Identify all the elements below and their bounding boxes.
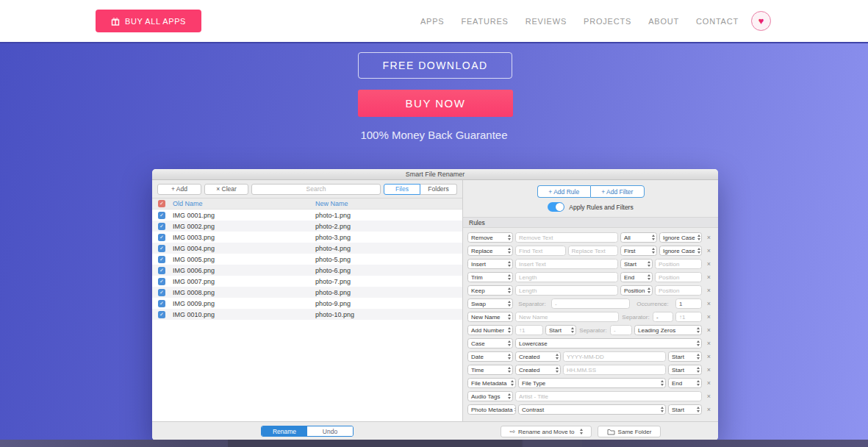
row-checkbox[interactable]: ✓ <box>158 300 165 307</box>
table-row[interactable]: ✓IMG 0001.pngphoto-1.png <box>152 210 462 221</box>
apply-rules-toggle[interactable] <box>548 202 564 212</box>
row-checkbox[interactable]: ✓ <box>158 234 165 241</box>
nav-item-apps[interactable]: APPS <box>420 17 445 26</box>
rule-input[interactable] <box>653 312 673 322</box>
old-name-header[interactable]: Old Name <box>173 200 203 207</box>
remove-rule-button[interactable]: × <box>704 378 714 388</box>
rule-input[interactable] <box>563 365 666 375</box>
rule-select[interactable]: Audio Tags <box>467 391 513 401</box>
table-row[interactable]: ✓IMG 0007.pngphoto-7.png <box>152 276 462 287</box>
rule-select[interactable]: Start <box>620 259 653 269</box>
add-filter-button[interactable]: + Add Filter <box>590 185 645 198</box>
remove-rule-button[interactable]: × <box>704 325 714 335</box>
row-checkbox[interactable]: ✓ <box>158 278 165 285</box>
rule-select[interactable]: New Name <box>467 312 513 322</box>
rule-input[interactable] <box>515 272 618 282</box>
rule-select[interactable]: Lowercase <box>515 338 702 348</box>
row-checkbox[interactable]: ✓ <box>158 212 165 219</box>
rule-input[interactable] <box>655 272 702 282</box>
rule-select[interactable]: All <box>620 232 657 243</box>
remove-rule-button[interactable]: × <box>704 338 714 348</box>
remove-rule-button[interactable]: × <box>704 298 714 309</box>
rule-input[interactable] <box>610 325 632 335</box>
remove-rule-button[interactable]: × <box>704 246 714 256</box>
rule-select[interactable]: Photo Metadata <box>467 404 516 415</box>
rule-select[interactable]: Start <box>668 365 702 375</box>
nav-item-about[interactable]: ABOUT <box>648 17 679 26</box>
rule-input[interactable] <box>515 259 618 269</box>
rename-move-dropdown[interactable]: ⇨ Rename and Move to <box>501 426 592 437</box>
rule-select[interactable]: Insert <box>467 259 513 269</box>
table-row[interactable]: ✓IMG 0002.pngphoto-2.png <box>152 221 462 232</box>
rule-select[interactable]: End <box>668 378 702 388</box>
remove-rule-button[interactable]: × <box>704 312 714 322</box>
rule-select[interactable]: Date <box>467 351 513 362</box>
rule-select[interactable]: Start <box>668 404 702 415</box>
rule-input[interactable] <box>515 285 618 296</box>
rule-select[interactable]: Trim <box>467 272 513 282</box>
table-row[interactable]: ✓IMG 0010.pngphoto-10.png <box>152 309 462 320</box>
row-checkbox[interactable]: ✓ <box>158 267 165 274</box>
remove-rule-button[interactable]: × <box>704 259 714 269</box>
table-row[interactable]: ✓IMG 0008.pngphoto-8.png <box>152 287 462 298</box>
rule-select[interactable]: Remove <box>467 232 513 243</box>
rule-input[interactable] <box>515 325 543 335</box>
rule-select[interactable]: Position <box>620 285 653 296</box>
table-row[interactable]: ✓IMG 0005.pngphoto-5.png <box>152 254 462 265</box>
remove-rule-button[interactable]: × <box>704 232 714 243</box>
rule-input[interactable] <box>655 259 702 269</box>
table-row[interactable]: ✓IMG 0003.pngphoto-3.png <box>152 232 462 243</box>
rule-select[interactable]: Ignore Case <box>659 246 702 256</box>
remove-rule-button[interactable]: × <box>704 351 714 362</box>
select-all-checkbox[interactable]: ✓ <box>158 200 165 207</box>
nav-item-reviews[interactable]: REVIEWS <box>526 17 567 26</box>
rule-select[interactable]: File Metadata <box>467 378 516 388</box>
rule-select[interactable]: End <box>620 272 653 282</box>
rule-select[interactable]: Leading Zeros <box>634 325 702 335</box>
rule-select[interactable]: Time <box>467 365 513 375</box>
rule-input[interactable] <box>515 391 702 401</box>
rule-input[interactable] <box>515 232 618 243</box>
same-folder-button[interactable]: Same Folder <box>598 426 661 437</box>
rule-input[interactable] <box>675 312 702 322</box>
remove-rule-button[interactable]: × <box>704 404 714 415</box>
rule-input[interactable] <box>568 246 619 256</box>
rule-select[interactable]: Replace <box>467 246 513 256</box>
rule-select[interactable]: Add Number <box>467 325 513 335</box>
table-row[interactable]: ✓IMG 0006.pngphoto-6.png <box>152 265 462 276</box>
rule-select[interactable]: First <box>620 246 657 256</box>
rule-select[interactable]: Swap <box>467 298 513 309</box>
row-checkbox[interactable]: ✓ <box>158 311 165 318</box>
row-checkbox[interactable]: ✓ <box>158 223 165 230</box>
clear-button[interactable]: × Clear <box>204 184 248 195</box>
rename-button[interactable]: Rename <box>262 426 307 436</box>
rule-select[interactable]: Created <box>515 351 561 362</box>
table-row[interactable]: ✓IMG 0009.pngphoto-9.png <box>152 298 462 309</box>
row-checkbox[interactable]: ✓ <box>158 245 165 252</box>
favorites-button[interactable]: ♥ <box>751 11 771 31</box>
search-input[interactable] <box>251 184 381 195</box>
rule-select[interactable]: Keep <box>467 285 513 296</box>
rule-input[interactable] <box>515 246 566 256</box>
new-name-header[interactable]: New Name <box>315 200 348 207</box>
row-checkbox[interactable]: ✓ <box>158 289 165 296</box>
table-row[interactable]: ✓IMG 0004.pngphoto-4.png <box>152 243 462 254</box>
buy-now-button[interactable]: BUY NOW <box>358 90 513 117</box>
buy-all-apps-button[interactable]: BUY ALL APPS <box>96 10 201 32</box>
rule-select[interactable]: Start <box>545 325 576 335</box>
files-tab[interactable]: Files <box>384 184 420 195</box>
rule-input[interactable] <box>655 285 702 296</box>
remove-rule-button[interactable]: × <box>704 365 714 375</box>
add-files-button[interactable]: + Add <box>157 184 201 195</box>
rule-input[interactable] <box>675 298 702 309</box>
nav-item-projects[interactable]: PROJECTS <box>584 17 631 26</box>
row-checkbox[interactable]: ✓ <box>158 256 165 263</box>
free-download-button[interactable]: FREE DOWNLOAD <box>358 52 512 79</box>
remove-rule-button[interactable]: × <box>704 391 714 401</box>
folders-tab[interactable]: Folders <box>420 184 457 195</box>
rule-select[interactable]: Ignore Case <box>659 232 702 243</box>
remove-rule-button[interactable]: × <box>704 272 714 282</box>
rule-input[interactable] <box>551 298 630 309</box>
rule-select[interactable]: Created <box>515 365 561 375</box>
rule-select[interactable]: Contrast <box>518 404 666 415</box>
